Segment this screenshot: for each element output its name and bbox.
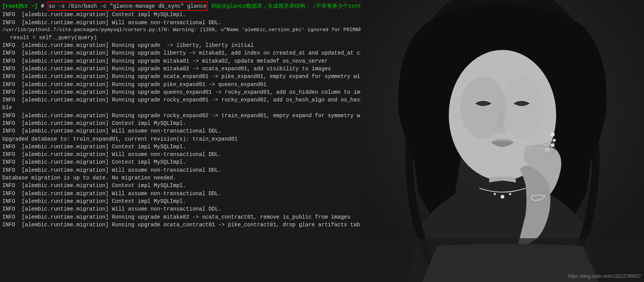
portrait-image xyxy=(361,0,644,282)
svg-point-12 xyxy=(494,193,496,195)
output-line-18: INFO [alembic.runtime.migration] Will as… xyxy=(2,151,358,158)
svg-point-13 xyxy=(509,193,511,195)
output-line-25: INFO [alembic.runtime.migration] Will as… xyxy=(2,205,358,213)
output-line-2: INFO [alembic.runtime.migration] Will as… xyxy=(2,19,358,27)
prompt-user-host: [root@ct ~] xyxy=(2,2,38,10)
watermark: https://blog.csdn.net/s15212790607 xyxy=(568,274,641,279)
output-line-9: INFO [alembic.runtime.migration] Running… xyxy=(2,73,358,80)
command-line: [root@ct ~] # su -s /bin/bash -c "glance… xyxy=(2,2,358,11)
output-line-7: INFO [alembic.runtime.migration] Running… xyxy=(2,57,358,65)
output-line-24: INFO [alembic.runtime.migration] Context… xyxy=(2,197,358,205)
output-line-15: INFO [alembic.runtime.migration] Will as… xyxy=(2,127,358,135)
output-line-6: INFO [alembic.runtime.migration] Running… xyxy=(2,49,358,57)
output-line-14: INFO [alembic.runtime.migration] Context… xyxy=(2,119,358,127)
output-line-5: INFO [alembic.runtime.migration] Running… xyxy=(2,41,358,49)
command-comment: 初始化glance数据库，生成相关表结构；（不管有多少个controler，只需… xyxy=(211,2,361,10)
output-line-10: INFO [alembic.runtime.migration] Running… xyxy=(2,81,358,88)
svg-point-5 xyxy=(499,77,545,138)
output-line-27: INFO [alembic.runtime.migration] Running… xyxy=(2,221,358,229)
output-line-17: INFO [alembic.runtime.migration] Context… xyxy=(2,143,358,151)
output-line-12b: ble xyxy=(2,104,358,111)
output-line-1: INFO [alembic.runtime.migration] Context… xyxy=(2,11,358,18)
output-line-16: Upgraded database to: train_expand01, cu… xyxy=(2,135,358,143)
output-line-11: INFO [alembic.runtime.migration] Running… xyxy=(2,88,358,96)
output-line-21: Database migration is up to date. No mig… xyxy=(2,174,358,182)
svg-point-8 xyxy=(553,139,556,142)
output-line-19: INFO [alembic.runtime.migration] Context… xyxy=(2,158,358,166)
output-line-8: INFO [alembic.runtime.migration] Running… xyxy=(2,65,358,73)
output-line-4: result = self._query(query) xyxy=(2,34,358,41)
image-panel: https://blog.csdn.net/s15212790607 xyxy=(361,0,644,282)
svg-point-9 xyxy=(550,143,554,147)
output-line-13: INFO [alembic.runtime.migration] Running… xyxy=(2,112,358,119)
output-line-20: INFO [alembic.runtime.migration] Will as… xyxy=(2,166,358,174)
output-line-3: /usr/lib/python2.7/site-packages/pymysql… xyxy=(2,27,358,34)
output-line-23: INFO [alembic.runtime.migration] Will as… xyxy=(2,190,358,197)
terminal-panel: [root@ct ~] # su -s /bin/bash -c "glance… xyxy=(0,0,361,282)
prompt-hash: # xyxy=(38,2,47,10)
command-box: su -s /bin/bash -c "glance-manage db_syn… xyxy=(48,2,208,11)
output-line-12: INFO [alembic.runtime.migration] Running… xyxy=(2,96,358,104)
output-line-26: INFO [alembic.runtime.migration] Running… xyxy=(2,213,358,221)
output-line-22: INFO [alembic.runtime.migration] Context… xyxy=(2,182,358,189)
svg-point-11 xyxy=(501,195,504,199)
